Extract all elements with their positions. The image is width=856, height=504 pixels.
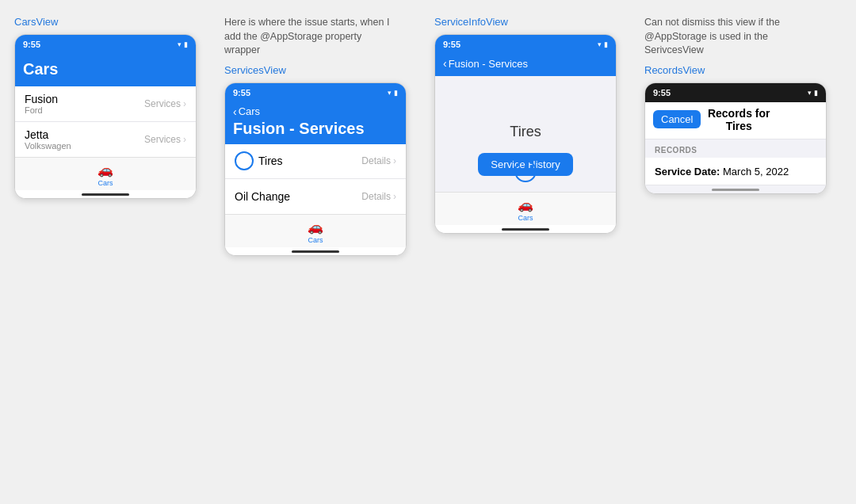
- row-left: Oil Change: [235, 190, 361, 203]
- services-status-time: 9:55: [233, 88, 250, 97]
- cars-tab-bar: 🚗 Cars: [15, 157, 196, 190]
- home-indicator: [435, 225, 616, 233]
- services-section-label: ServicesView: [224, 64, 286, 76]
- records-phone-frame: 9:55 ▾ ▮ Cancel Records for Tires RECORD…: [644, 82, 827, 194]
- records-nav-title: Records for Tires: [701, 107, 777, 132]
- toggle-circle[interactable]: [235, 151, 254, 170]
- home-bar: [502, 228, 549, 231]
- home-indicator: [15, 190, 196, 198]
- services-content: Tires Details › Oil Change Details ›: [225, 144, 406, 214]
- row-title: Oil Change: [235, 190, 361, 203]
- services-nav-bar: ‹ Cars Fusion - Services: [225, 102, 406, 144]
- services-list: Tires Details › Oil Change Details ›: [225, 144, 406, 214]
- serviceinfo-nav-bar: ‹ Fusion - Services: [435, 54, 616, 76]
- home-bar: [82, 193, 129, 196]
- battery-icon: ▮: [184, 40, 188, 48]
- records-content: RECORDS Service Date: March 5, 2022: [645, 139, 826, 185]
- service-date-label: Service Date:: [655, 166, 720, 178]
- serviceinfo-tab-bar: 🚗 Cars: [435, 192, 616, 225]
- chevron-icon: ›: [183, 134, 186, 145]
- records-section-header: RECORDS: [645, 139, 826, 158]
- records-status-icons: ▾ ▮: [808, 89, 818, 97]
- table-row[interactable]: Tires Details ›: [225, 144, 406, 179]
- service-info-title: Tires: [510, 124, 541, 140]
- cars-list: Fusion Ford Services › Jetta Volkswagen …: [15, 86, 196, 157]
- home-bar: [292, 250, 339, 253]
- records-date-row: Service Date: March 5, 2022: [645, 158, 826, 185]
- service-info-body: Tires Service History: [435, 76, 616, 192]
- car-icon: 🚗: [518, 197, 533, 212]
- tab-cars[interactable]: 🚗 Cars: [308, 220, 323, 244]
- car-icon: 🚗: [308, 220, 323, 235]
- serviceinfo-content: Tires Service History: [435, 76, 616, 192]
- services-back-btn[interactable]: ‹ Cars: [233, 105, 260, 118]
- services-back-label: Cars: [239, 105, 260, 117]
- cars-status-bar: 9:55 ▾ ▮: [15, 35, 196, 54]
- serviceinfo-section-label: ServiceInfoView: [434, 16, 508, 28]
- cars-section: CarsView 9:55 ▾ ▮ Cars Fusion Ford: [8, 16, 218, 199]
- cars-status-icons: ▾ ▮: [178, 40, 188, 48]
- row-title: Jetta: [25, 128, 144, 141]
- table-row[interactable]: Jetta Volkswagen Services ›: [15, 122, 196, 157]
- cars-content: Fusion Ford Services › Jetta Volkswagen …: [15, 86, 196, 157]
- chevron-icon: ›: [393, 155, 396, 166]
- row-title: Fusion: [25, 93, 144, 105]
- home-bar: [712, 189, 759, 191]
- services-status-bar: 9:55 ▾ ▮: [225, 83, 406, 102]
- cars-section-label: CarsView: [14, 16, 58, 28]
- back-chevron-icon: ‹: [443, 57, 447, 70]
- row-left: Tires: [258, 155, 361, 167]
- battery-icon: ▮: [394, 89, 398, 97]
- wifi-icon: ▾: [178, 40, 182, 48]
- row-right-label: Services: [144, 98, 181, 109]
- serviceinfo-back-label: Fusion - Services: [449, 58, 528, 70]
- row-left: Fusion Ford: [25, 93, 144, 115]
- services-status-icons: ▾ ▮: [388, 89, 398, 97]
- records-section-label: RecordsView: [644, 64, 705, 76]
- table-row[interactable]: Fusion Ford Services ›: [15, 86, 196, 122]
- wifi-icon: ▾: [808, 89, 812, 97]
- circle-outline-icon: [514, 160, 537, 182]
- home-indicator: [645, 185, 826, 193]
- service-date-value: March 5, 2022: [723, 166, 789, 178]
- row-right: Services ›: [144, 134, 186, 145]
- records-date-text: Service Date: March 5, 2022: [655, 166, 789, 178]
- serviceinfo-status-icons: ▾ ▮: [598, 40, 608, 48]
- services-phone-frame: 9:55 ▾ ▮ ‹ Cars Fusion - Services Tires: [224, 82, 407, 256]
- home-indicator: [225, 247, 406, 255]
- records-nav-bar: Cancel Records for Tires: [645, 102, 826, 139]
- chevron-icon: ›: [393, 191, 396, 202]
- tab-label: Cars: [308, 236, 323, 244]
- records-status-time: 9:55: [653, 88, 671, 97]
- row-title: Tires: [258, 155, 361, 167]
- chevron-icon: ›: [183, 98, 186, 109]
- row-right: Details ›: [361, 155, 396, 166]
- cars-phone-frame: 9:55 ▾ ▮ Cars Fusion Ford Services ›: [14, 34, 197, 199]
- service-history-wrapper: Service History: [478, 153, 572, 176]
- records-section: Can not dismiss this view if the @AppSto…: [638, 16, 848, 194]
- cars-status-time: 9:55: [23, 40, 40, 49]
- tab-cars[interactable]: 🚗 Cars: [97, 162, 113, 187]
- row-left: Jetta Volkswagen: [25, 128, 144, 151]
- serviceinfo-section: ServiceInfoView 9:55 ▾ ▮ ‹ Fusion - Serv…: [428, 16, 638, 234]
- services-section: Here is where the issue starts, when I a…: [218, 16, 428, 256]
- serviceinfo-phone-frame: 9:55 ▾ ▮ ‹ Fusion - Services Tires Servi…: [434, 34, 617, 234]
- row-right: Details ›: [361, 191, 396, 202]
- tab-cars[interactable]: 🚗 Cars: [518, 197, 533, 222]
- row-right-label: Services: [144, 134, 181, 145]
- tab-label: Cars: [97, 179, 113, 187]
- row-right: Services ›: [144, 98, 186, 109]
- services-nav-title: Fusion - Services: [233, 120, 365, 138]
- cars-nav-title: Cars: [23, 60, 58, 78]
- battery-icon: ▮: [814, 89, 818, 97]
- serviceinfo-status-bar: 9:55 ▾ ▮: [435, 35, 616, 54]
- cancel-button[interactable]: Cancel: [653, 110, 701, 128]
- serviceinfo-back-btn[interactable]: ‹ Fusion - Services: [443, 57, 528, 70]
- cars-nav-bar: Cars: [15, 54, 196, 86]
- wifi-icon: ▾: [388, 89, 392, 97]
- table-row[interactable]: Oil Change Details ›: [225, 179, 406, 214]
- records-status-bar: 9:55 ▾ ▮: [645, 83, 826, 102]
- row-subtitle: Volkswagen: [25, 141, 144, 151]
- wifi-icon: ▾: [598, 40, 602, 48]
- battery-icon: ▮: [604, 40, 608, 48]
